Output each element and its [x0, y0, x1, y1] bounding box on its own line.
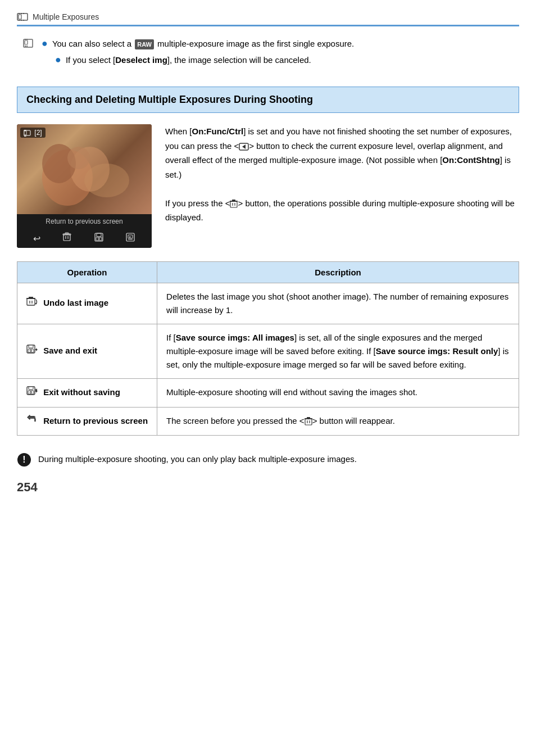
svg-rect-2: [19, 13, 20, 14]
note-section: ● You can also select a RAW multiple-exp…: [22, 38, 519, 70]
desc-save-cell: If [Save source imgs: All images] is set…: [157, 324, 519, 379]
header-divider: [17, 25, 519, 26]
desc-undo-cell: Deletes the last image you shot (shoot a…: [157, 283, 519, 324]
op-save-cell: Save and exit: [17, 324, 157, 379]
svg-point-33: [98, 238, 99, 240]
svg-rect-41: [232, 200, 235, 201]
desc-exit-cell: Multiple-exposure shooting will end with…: [157, 379, 519, 408]
warning-note: ! During multiple-exposure shooting, you…: [17, 452, 519, 469]
svg-rect-1: [19, 15, 21, 19]
raw-badge: RAW: [135, 39, 154, 50]
save-exit-icon: [26, 345, 38, 359]
svg-rect-60: [305, 419, 312, 425]
bold-save-all: Save source imgs: All images: [176, 333, 294, 342]
op-undo-label: Undo last image: [43, 298, 108, 307]
camera-bottom-label: Return to previous screen: [46, 218, 122, 225]
svg-rect-25: [63, 234, 70, 241]
desc-bold-2: On:ContShtng: [442, 155, 499, 165]
note-bullet-1: ● You can also select a RAW multiple-exp…: [42, 38, 519, 51]
svg-point-57: [30, 391, 32, 393]
table-row-save: Save and exit If [Save source imgs: All …: [17, 324, 519, 379]
svg-rect-11: [26, 39, 28, 40]
svg-rect-55: [29, 387, 33, 390]
svg-text:!: !: [22, 455, 25, 464]
note-text-1: You can also select a RAW multiple-expos…: [52, 38, 354, 51]
table-header-desc: Description: [157, 262, 519, 283]
description-text: When [On:Func/Ctrl] is set and you have …: [165, 124, 519, 248]
camera-screen: [2] Return to previous screen ↩: [17, 124, 152, 248]
desc-bold-1: On:Func/Ctrl: [192, 126, 244, 136]
camera-image: [2]: [17, 124, 152, 214]
table-header-op: Operation: [17, 262, 157, 283]
svg-rect-13: [26, 46, 28, 47]
cam-ctrl-return: ↩: [33, 233, 40, 244]
svg-rect-31: [97, 233, 101, 237]
table-row-undo: Undo last image Deletes the last image y…: [17, 283, 519, 324]
svg-rect-61: [305, 418, 312, 419]
return-icon: [26, 414, 38, 428]
section-heading: Checking and Deleting Multiple Exposures…: [17, 87, 519, 113]
svg-rect-39: [230, 201, 237, 207]
svg-rect-40: [230, 201, 238, 202]
film-camera-icon: [17, 11, 28, 22]
op-return-cell: Return to previous screen: [17, 407, 157, 436]
svg-rect-3: [21, 13, 22, 14]
note-content: ● You can also select a RAW multiple-exp…: [42, 38, 519, 70]
svg-rect-44: [27, 298, 35, 305]
note-text-2: If you select [Deselect img], the image …: [66, 54, 311, 67]
svg-rect-12: [25, 46, 26, 47]
svg-rect-51: [29, 345, 33, 348]
op-return-label: Return to previous screen: [43, 416, 148, 425]
operations-table: Operation Description: [17, 261, 519, 436]
bold-save-result: Save source imgs: Result only: [376, 346, 498, 356]
warning-icon: !: [17, 452, 31, 469]
op-undo-cell: Undo last image: [17, 283, 157, 324]
svg-rect-7: [23, 20, 24, 21]
svg-rect-27: [65, 233, 69, 234]
cam-ctrl-undo: [62, 232, 72, 245]
svg-rect-5: [19, 20, 20, 21]
svg-rect-46: [29, 297, 33, 298]
exit-nosave-icon: [26, 386, 38, 400]
svg-point-53: [30, 350, 32, 351]
bullet-icon-1: ●: [42, 38, 48, 50]
svg-rect-4: [23, 13, 24, 14]
page-number: 254: [17, 480, 519, 495]
svg-rect-45: [26, 298, 35, 299]
svg-rect-10: [25, 39, 26, 40]
page-container: Multiple Exposures ● You can also select…: [0, 0, 536, 756]
table-row-exit: Exit without saving Multiple-exposure sh…: [17, 379, 519, 408]
header-title: Multiple Exposures: [33, 12, 99, 21]
svg-rect-62: [307, 417, 310, 418]
note-bullet-2: ● If you select [Deselect img], the imag…: [55, 54, 519, 67]
op-save-label: Save and exit: [43, 346, 97, 355]
svg-point-24: [84, 164, 129, 197]
op-exit-cell: Exit without saving: [17, 379, 157, 408]
undo-icon: [26, 297, 38, 311]
svg-point-23: [67, 147, 90, 169]
note-icon: [22, 38, 35, 52]
desc-return-cell: The screen before you pressed the <> but…: [157, 407, 519, 436]
svg-rect-32: [96, 237, 102, 241]
cam-ctrl-save: [94, 232, 104, 245]
camera-controls: ↩: [17, 229, 152, 248]
cam-ctrl-play: [125, 232, 135, 245]
camera-bottom-bar: Return to previous screen: [17, 214, 152, 229]
table-row-return: Return to previous screen The screen bef…: [17, 407, 519, 436]
svg-rect-9: [25, 40, 28, 44]
page-header: Multiple Exposures: [17, 11, 519, 22]
svg-rect-6: [21, 20, 22, 21]
content-row: [2] Return to previous screen ↩: [17, 124, 519, 248]
warning-text: During multiple-exposure shooting, you c…: [38, 452, 357, 466]
op-exit-label: Exit without saving: [43, 387, 120, 397]
bullet-icon-2: ●: [55, 54, 61, 66]
